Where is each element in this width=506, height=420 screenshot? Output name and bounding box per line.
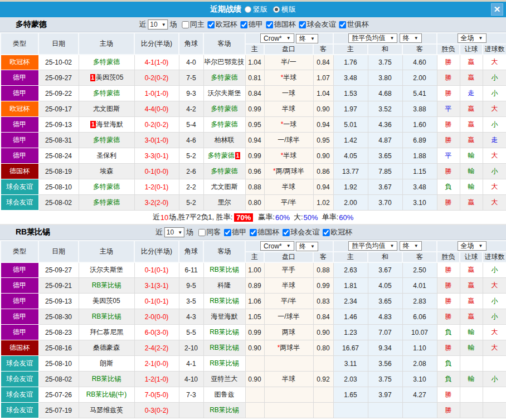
team-name-text: 多特蒙德 (211, 120, 238, 128)
league-checkbox-1[interactable] (241, 21, 248, 28)
layout-radio-option-0[interactable]: 竖版 (245, 4, 267, 14)
home-team-cell: 沃尔夫斯堡 (79, 262, 134, 278)
avg-draw-cell: 3.75 (368, 372, 402, 387)
league-checkbox-3[interactable] (323, 229, 330, 236)
avg-home-cell: 1.76 (333, 55, 368, 70)
avg-home-cell: 2.03 (333, 372, 368, 387)
scope-dropdown[interactable]: 全场▼ (458, 241, 486, 251)
league-checkbox-2[interactable] (283, 229, 290, 236)
score-cell: 0-1(0-1) (134, 294, 179, 309)
result-goals-cell: 小 (483, 70, 506, 86)
avg-dropdown[interactable]: 胜平负均值▼ (348, 33, 397, 43)
handicap-cell: *一球 (264, 117, 313, 133)
chevron-down-icon: ▼ (479, 243, 483, 248)
odds-time-dropdown[interactable]: 终▼ (296, 242, 318, 251)
league-checkbox-2[interactable] (266, 21, 274, 28)
corner-cell: 7-3 (179, 387, 203, 403)
avg-draw-cell: 7.07 (368, 325, 402, 340)
team-name-text: 埃森 (100, 167, 113, 175)
team-name: 多特蒙德 (16, 19, 47, 30)
radio-icon[interactable] (245, 6, 251, 13)
team-name-text: RB莱比锡 (210, 297, 239, 305)
result-handicap-cell: 贏 (460, 262, 483, 278)
sub-column-header-0: 主 (245, 44, 264, 55)
away-odds-cell: 0.94 (313, 179, 333, 195)
home-odds-cell: 0.99 (245, 101, 264, 117)
table-row: 球会友谊25-08-10朗斯2-1(0-0)4-1RB莱比锡3.113.562.… (1, 356, 506, 372)
summary-count: 10 (160, 213, 168, 222)
scope-dropdown[interactable]: 全场▼ (458, 33, 486, 43)
match-date: 25-09-13 (38, 117, 79, 133)
result-goals-cell (483, 356, 506, 372)
avg-away-cell: 2.00 (402, 70, 437, 86)
league-checkbox-label: 球会友谊 (307, 19, 336, 30)
match-date: 25-08-31 (38, 133, 79, 148)
avg-draw-cell: 9.34 (368, 340, 402, 356)
odds-time-dropdown[interactable]: 终▼ (296, 34, 318, 43)
sections: 多特蒙德近10▼场同主欧冠杯德甲德国杯球会友谊世俱杯类型日期主场比分(半场)角球… (0, 17, 506, 418)
same-venue-checkbox[interactable] (182, 21, 189, 28)
avg-time-dropdown[interactable]: 终▼ (400, 241, 422, 251)
layout-radio-option-1[interactable]: 横版 (273, 4, 296, 14)
avg-away-cell: 10.07 (402, 325, 437, 340)
chevron-down-icon: ▼ (479, 36, 483, 41)
close-button[interactable]: ✕ (491, 3, 503, 16)
scope-dropdown-label: 全场 (461, 241, 474, 251)
avg-away-cell: 6.89 (402, 133, 437, 148)
scope-group-header: 全场▼ (437, 241, 506, 252)
result-wdl-cell: 負 (437, 179, 460, 195)
result-goals-cell: 大 (483, 55, 506, 70)
avg-away-cell: 3.10 (402, 195, 437, 211)
same-venue-checkbox[interactable] (198, 229, 206, 236)
team-section-header-0: 多特蒙德近10▼场同主欧冠杯德甲德国杯球会友谊世俱杯 (0, 17, 506, 32)
sub-column-header-7: 让球 (460, 44, 483, 55)
league-checkbox-3[interactable] (299, 21, 306, 28)
avg-draw-cell: 3.67 (368, 262, 402, 278)
summary-stat-value-1: 50% (304, 213, 318, 222)
avg-draw-cell: 3.67 (368, 179, 402, 195)
avg-time-dropdown[interactable]: 终▼ (400, 33, 422, 43)
radio-icon[interactable] (273, 6, 280, 13)
avg-draw-cell: 3.97 (368, 387, 402, 403)
match-type-badge: 德甲 (1, 278, 38, 294)
league-checkbox-0[interactable] (224, 229, 231, 236)
avg-home-cell: 2.34 (333, 294, 368, 309)
handicap-cell: *两球半 (264, 340, 313, 356)
avg-dropdown[interactable]: 胜平负均值▼ (348, 241, 397, 251)
away-odds-cell: 0.90 (313, 325, 333, 340)
result-wdl-cell: 勝 (437, 70, 460, 86)
league-checkbox-0[interactable] (208, 21, 215, 28)
summary-prefix: 近 (153, 212, 160, 222)
avg-home-cell: 1.46 (333, 309, 368, 325)
home-odds-cell: 1.06 (245, 294, 264, 309)
result-wdl-cell: 勝 (437, 164, 460, 179)
away-odds-cell (313, 387, 333, 403)
team-name-text: 拜仁慕尼黑 (90, 328, 123, 336)
home-odds-cell: 0.84 (245, 86, 264, 101)
league-checkbox-label: 德甲 (249, 19, 263, 30)
score-cell: 1-2(0-1) (134, 179, 179, 195)
league-checkbox-4[interactable] (339, 21, 347, 28)
match-count-select[interactable]: 10▼ (164, 227, 184, 237)
avg-draw-cell: 3.56 (368, 356, 402, 372)
result-handicap-cell (460, 403, 483, 418)
match-filters: 近10▼场同客德甲德国杯球会友谊欧冠杯 (154, 227, 352, 237)
corner-cell: 4-0 (179, 55, 203, 70)
games-label: 场 (186, 227, 193, 237)
result-goals-cell: 大 (483, 179, 506, 195)
avg-home-cell: 13.77 (333, 164, 368, 179)
odds-source-dropdown[interactable]: Crow*▼ (260, 241, 294, 251)
score-cell: 4-1(1-0) (134, 55, 179, 70)
home-team-cell: RB莱比锡 (79, 278, 134, 294)
match-date: 25-08-30 (38, 309, 79, 325)
match-count-select[interactable]: 10▼ (148, 19, 168, 30)
result-wdl-cell: 負 (437, 356, 460, 372)
corner-cell: 4-6 (179, 133, 203, 148)
match-date: 25-09-13 (38, 294, 79, 309)
odds-source-dropdown[interactable]: Crow*▼ (260, 33, 294, 43)
result-handicap-cell (460, 356, 483, 372)
avg-away-cell: 2.83 (402, 294, 437, 309)
avg-group-header: 胜平负均值▼ 终▼ (333, 241, 437, 252)
team-name-text: 多特蒙德 (211, 105, 238, 113)
league-checkbox-1[interactable] (250, 229, 257, 236)
